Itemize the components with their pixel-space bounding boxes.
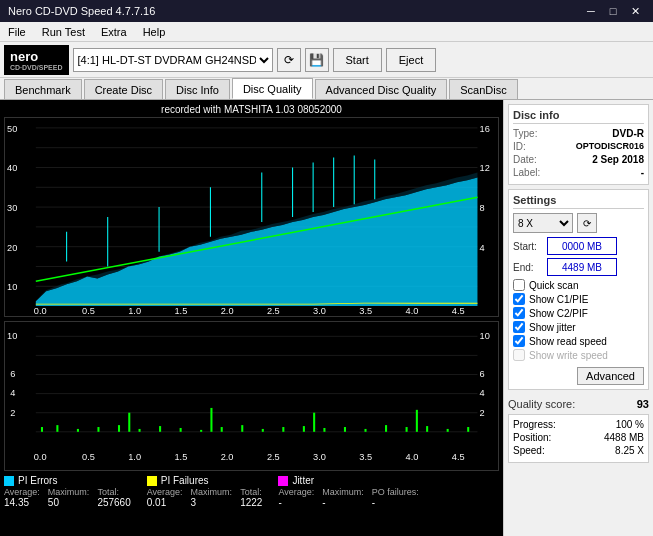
drive-select[interactable]: [4:1] HL-DT-ST DVDRAM GH24NSD0 LH00 — [73, 48, 273, 72]
tab-benchmark[interactable]: Benchmark — [4, 79, 82, 99]
show-jitter-checkbox[interactable] — [513, 321, 525, 333]
progress-value: 100 % — [616, 419, 644, 430]
po-failures-label: PO failures: — [372, 487, 419, 497]
svg-text:4: 4 — [480, 389, 485, 399]
svg-text:2.5: 2.5 — [267, 306, 280, 316]
save-button[interactable]: 💾 — [305, 48, 329, 72]
settings-section: Settings 8 X Max ⟳ Start: End: Quick sca… — [508, 189, 649, 390]
start-input[interactable] — [547, 237, 617, 255]
minimize-button[interactable]: ─ — [581, 3, 601, 19]
chart-title: recorded with MATSHITA 1.03 08052000 — [4, 104, 499, 115]
nero-subtitle: CD·DVD/SPEED — [10, 64, 63, 71]
svg-text:2.5: 2.5 — [267, 453, 280, 463]
disc-date-label: Date: — [513, 154, 537, 165]
disc-id-value: OPTODISCR016 — [576, 141, 644, 152]
quick-scan-row: Quick scan — [513, 279, 644, 291]
svg-rect-57 — [41, 427, 43, 432]
svg-rect-64 — [180, 428, 182, 432]
speed-value: 8.25 X — [615, 445, 644, 456]
speed-select[interactable]: 8 X Max — [513, 213, 573, 233]
pi-errors-title: PI Errors — [18, 475, 57, 486]
tab-disc-quality[interactable]: Disc Quality — [232, 78, 313, 99]
start-mb-row: Start: — [513, 237, 644, 255]
right-panel: Disc info Type: DVD-R ID: OPTODISCR016 D… — [503, 100, 653, 536]
chart-area: recorded with MATSHITA 1.03 08052000 50 … — [0, 100, 503, 536]
show-read-speed-label: Show read speed — [529, 336, 607, 347]
start-button[interactable]: Start — [333, 48, 382, 72]
show-read-speed-row: Show read speed — [513, 335, 644, 347]
position-label: Position: — [513, 432, 551, 443]
bottom-chart: 10 6 4 2 10 6 4 2 — [4, 321, 499, 471]
maximize-button[interactable]: □ — [603, 3, 623, 19]
eject-button[interactable]: Eject — [386, 48, 436, 72]
menu-help[interactable]: Help — [135, 24, 174, 40]
menu-run-test[interactable]: Run Test — [34, 24, 93, 40]
settings-title: Settings — [513, 194, 644, 209]
svg-text:0.5: 0.5 — [82, 306, 95, 316]
pi-failures-max-label: Maximum: — [191, 487, 233, 497]
quick-scan-checkbox[interactable] — [513, 279, 525, 291]
progress-row: Progress: 100 % — [513, 419, 644, 430]
advanced-button[interactable]: Advanced — [577, 367, 644, 385]
tab-disc-info[interactable]: Disc Info — [165, 79, 230, 99]
refresh-button[interactable]: ⟳ — [277, 48, 301, 72]
title-text: Nero CD-DVD Speed 4.7.7.16 — [8, 5, 155, 17]
show-write-speed-row: Show write speed — [513, 349, 644, 361]
nero-logo: nero CD·DVD/SPEED — [4, 45, 69, 75]
jitter-color — [278, 476, 288, 486]
speed-row-progress: Speed: 8.25 X — [513, 445, 644, 456]
close-button[interactable]: ✕ — [625, 3, 645, 19]
disc-label-label: Label: — [513, 167, 540, 178]
svg-text:0.5: 0.5 — [82, 453, 95, 463]
pi-failures-title: PI Failures — [161, 475, 209, 486]
settings-refresh-button[interactable]: ⟳ — [577, 213, 597, 233]
progress-section: Progress: 100 % Position: 4488 MB Speed:… — [508, 414, 649, 463]
svg-text:2: 2 — [480, 408, 485, 418]
menu-file[interactable]: File — [0, 24, 34, 40]
quick-scan-label: Quick scan — [529, 280, 578, 291]
jitter-avg-label: Average: — [278, 487, 314, 497]
svg-text:0.0: 0.0 — [34, 306, 47, 316]
disc-type-label: Type: — [513, 128, 537, 139]
svg-rect-71 — [323, 428, 325, 432]
menu-extra[interactable]: Extra — [93, 24, 135, 40]
end-input[interactable] — [547, 258, 617, 276]
svg-text:4.5: 4.5 — [452, 453, 465, 463]
svg-text:10: 10 — [7, 331, 17, 341]
pi-errors-avg-value: 14.35 — [4, 497, 40, 508]
svg-rect-73 — [364, 429, 366, 432]
show-c1-pie-checkbox[interactable] — [513, 293, 525, 305]
title-bar: Nero CD-DVD Speed 4.7.7.16 ─ □ ✕ — [0, 0, 653, 22]
pi-errors-total-value: 257660 — [97, 497, 130, 508]
disc-type-row: Type: DVD-R — [513, 128, 644, 139]
tab-advanced-disc-quality[interactable]: Advanced Disc Quality — [315, 79, 448, 99]
svg-text:6: 6 — [480, 370, 485, 380]
svg-rect-65 — [200, 430, 202, 432]
top-chart: 50 40 30 20 10 16 12 8 4 — [4, 117, 499, 317]
svg-rect-69 — [282, 427, 284, 432]
svg-text:4.0: 4.0 — [406, 306, 419, 316]
show-c2-pif-label: Show C2/PIF — [529, 308, 588, 319]
pi-failures-avg-value: 0.01 — [147, 497, 183, 508]
svg-text:2: 2 — [10, 408, 15, 418]
svg-text:12: 12 — [480, 164, 490, 174]
disc-type-value: DVD-R — [612, 128, 644, 139]
svg-text:40: 40 — [7, 164, 17, 174]
tab-scan-disc[interactable]: ScanDisc — [449, 79, 517, 99]
svg-rect-78 — [467, 427, 469, 432]
show-read-speed-checkbox[interactable] — [513, 335, 525, 347]
window-controls: ─ □ ✕ — [581, 3, 645, 19]
position-row: Position: 4488 MB — [513, 432, 644, 443]
tab-create-disc[interactable]: Create Disc — [84, 79, 163, 99]
disc-label-row: Label: - — [513, 167, 644, 178]
svg-text:20: 20 — [7, 243, 17, 253]
svg-rect-68 — [262, 429, 264, 432]
svg-rect-79 — [128, 413, 130, 432]
svg-text:2.0: 2.0 — [221, 306, 234, 316]
show-c2-pif-checkbox[interactable] — [513, 307, 525, 319]
svg-rect-70 — [303, 426, 305, 432]
pi-failures-color — [147, 476, 157, 486]
svg-rect-77 — [447, 429, 449, 432]
show-write-speed-checkbox[interactable] — [513, 349, 525, 361]
pi-failures-total-label: Total: — [240, 487, 262, 497]
